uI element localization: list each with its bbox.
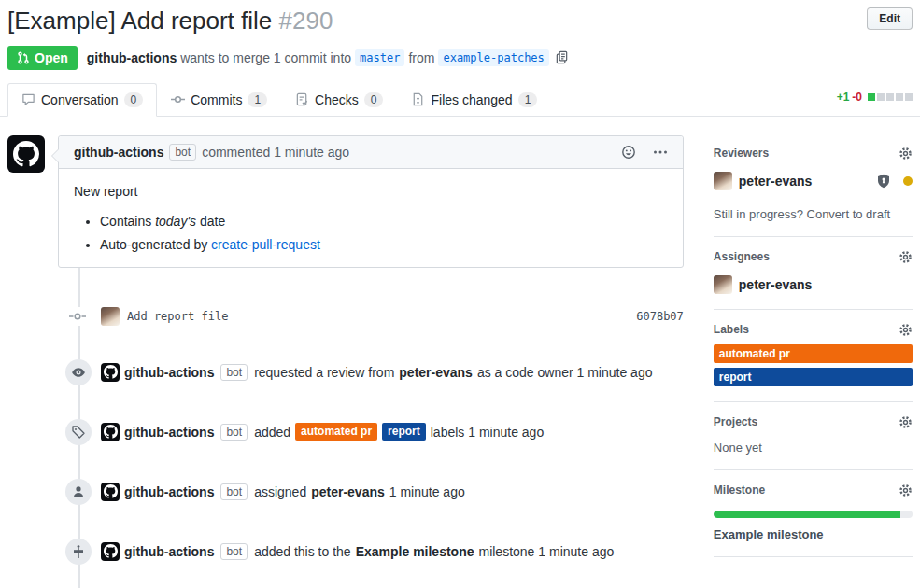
comment-list: Contains today's date Auto-generated by … [74, 214, 668, 252]
peter-evans-avatar[interactable] [714, 275, 732, 294]
label-automated-pr[interactable]: automated pr [714, 344, 913, 363]
pull-request-page: [Example] Add report file #290 Edit Open… [0, 0, 920, 588]
github-actions-avatar[interactable] [7, 135, 45, 173]
projects-header[interactable]: Projects [714, 415, 913, 429]
diff-block [905, 93, 913, 101]
pr-description-comment: github-actions bot commented 1 minute ag… [7, 135, 684, 268]
diff-block [886, 93, 894, 101]
comment-intro: New report [74, 184, 668, 199]
diff-block [877, 93, 885, 101]
pr-content: github-actions bot commented 1 minute ag… [0, 135, 920, 588]
reviewers-header[interactable]: Reviewers [714, 147, 913, 161]
page-title: [Example] Add report file #290 [7, 6, 913, 36]
comment-body: New report Contains today's date Auto-ge… [59, 169, 683, 267]
tab-count: 0 [124, 92, 144, 107]
convert-to-draft-hint[interactable]: Still in progress? Convert to draft [714, 207, 913, 221]
gear-icon[interactable] [899, 323, 913, 337]
section-title: Assignees [714, 250, 770, 263]
sidebar-section-reviewers: Reviewers peter-evans [714, 135, 913, 237]
emoji-reaction-icon[interactable] [621, 145, 636, 160]
merge-description: github-actions wants to merge 1 commit i… [87, 49, 569, 66]
event-text: github-actions bot added this to the Exa… [101, 542, 614, 561]
github-actions-avatar[interactable] [101, 423, 120, 441]
git-pull-request-icon [17, 51, 30, 64]
list-item: Contains today's date [100, 214, 668, 229]
list-item: Auto-generated by create-pull-request [100, 237, 668, 252]
timeline-event-labels-added: github-actions bot added automated pr re… [7, 419, 684, 445]
pr-meta-row: Open github-actions wants to merge 1 com… [7, 46, 913, 70]
section-title: Reviewers [714, 147, 769, 160]
projects-empty-text: None yet [714, 441, 913, 455]
peter-evans-avatar[interactable] [714, 172, 732, 190]
comment-header: github-actions bot commented 1 minute ag… [59, 136, 683, 169]
event-actor[interactable]: github-actions [124, 425, 214, 440]
milestone-header[interactable]: Milestone [714, 483, 913, 497]
emphasized-text: today's [155, 214, 196, 229]
section-title: Milestone [714, 483, 765, 497]
committer-avatar[interactable] [101, 307, 120, 326]
pr-title-text: [Example] Add report file [7, 7, 272, 35]
diff-block [896, 93, 903, 101]
edit-button[interactable]: Edit [867, 7, 913, 30]
create-pull-request-link[interactable]: create-pull-request [211, 237, 320, 252]
github-actions-avatar[interactable] [101, 363, 120, 382]
assignee-name[interactable]: peter-evans [311, 484, 385, 499]
event-actor[interactable]: github-actions [124, 365, 214, 380]
reviewer-row: peter-evans [714, 172, 913, 190]
eye-icon [65, 359, 92, 385]
commit-sha[interactable]: 6078b07 [636, 310, 684, 323]
sidebar-section-assignees: Assignees peter-evans [714, 237, 913, 310]
github-actions-avatar[interactable] [101, 542, 120, 561]
pr-author[interactable]: github-actions [87, 50, 177, 65]
comment-icon [21, 92, 35, 106]
tab-files-changed[interactable]: Files changed 1 [397, 83, 551, 117]
base-branch-chip[interactable]: master [355, 49, 404, 66]
gear-icon[interactable] [899, 250, 913, 264]
tag-icon [65, 419, 92, 445]
reviewer-name[interactable]: peter-evans [399, 365, 473, 380]
tab-checks[interactable]: Checks 0 [281, 83, 397, 117]
milestone-name[interactable]: Example milestone [714, 527, 913, 541]
deletions-count: -0 [852, 91, 862, 104]
commit-message[interactable]: Add report file [127, 310, 228, 323]
conversation-timeline: github-actions bot commented 1 minute ag… [7, 135, 684, 588]
tab-commits[interactable]: Commits 1 [157, 83, 281, 117]
head-branch-chip[interactable]: example-patches [438, 49, 548, 66]
label-automated-pr[interactable]: automated pr [295, 423, 377, 441]
assignees-header[interactable]: Assignees [714, 250, 913, 264]
shield-lock-icon [876, 174, 891, 189]
comment-box: github-actions bot commented 1 minute ag… [58, 135, 684, 268]
event-actor[interactable]: github-actions [124, 484, 214, 499]
label-report[interactable]: report [382, 423, 426, 441]
open-state-badge: Open [7, 46, 78, 70]
timeline-event-review-requested: github-actions bot requested a review fr… [7, 359, 684, 385]
event-text: github-actions bot added automated pr re… [101, 423, 544, 441]
tab-label: Conversation [41, 92, 119, 107]
label-report[interactable]: report [714, 368, 913, 386]
bot-badge: bot [169, 144, 196, 161]
gear-icon[interactable] [899, 483, 913, 497]
milestone-name-inline[interactable]: Example milestone [356, 544, 474, 559]
tab-count: 1 [518, 92, 538, 107]
pr-tab-bar: Conversation 0 Commits 1 Checks 0 [0, 83, 920, 117]
tab-label: Checks [315, 92, 359, 107]
comment-actions [621, 145, 668, 160]
gear-icon[interactable] [899, 415, 913, 429]
kebab-menu-icon[interactable] [653, 145, 668, 160]
copy-branch-icon[interactable] [555, 50, 569, 64]
section-title: Projects [714, 415, 757, 428]
reviewer-name[interactable]: peter-evans [739, 174, 813, 189]
github-actions-avatar[interactable] [101, 483, 120, 501]
gear-icon[interactable] [899, 147, 913, 161]
checklist-icon [295, 92, 309, 106]
sidebar-section-labels: Labels automated pr report [714, 310, 913, 402]
section-title: Labels [714, 323, 749, 336]
comment-timestamp[interactable]: commented 1 minute ago [202, 145, 349, 160]
tab-conversation[interactable]: Conversation 0 [7, 83, 157, 117]
pending-review-dot [903, 176, 913, 186]
assignee-name[interactable]: peter-evans [739, 277, 813, 292]
labels-header[interactable]: Labels [714, 323, 913, 337]
comment-author[interactable]: github-actions [74, 145, 163, 160]
bot-badge: bot [220, 543, 248, 560]
event-actor[interactable]: github-actions [124, 544, 214, 559]
